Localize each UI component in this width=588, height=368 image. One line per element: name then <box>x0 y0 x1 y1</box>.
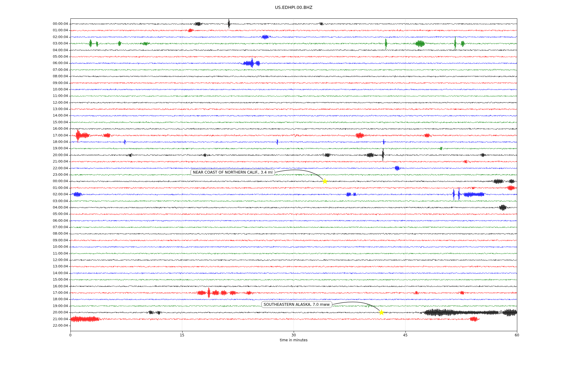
y-tick-label: 00:00:04 <box>0 22 68 26</box>
y-tick-label: 14:00:04 <box>0 113 68 118</box>
y-tick-label: 13:00:04 <box>0 107 68 111</box>
y-tick-label: 11:00:04 <box>0 251 68 256</box>
event-annotation: NEAR COAST OF NORTHERN CALIF., 3.4 ml <box>190 169 275 176</box>
seismogram-figure: US.EDHPI.00.BHZ 00:00:0401:00:0402:00:04… <box>0 0 588 368</box>
y-tick-label: 20:00:04 <box>0 310 68 315</box>
y-tick-label: 04:00:04 <box>0 205 68 210</box>
seismogram-canvas <box>0 0 588 368</box>
y-tick-label: 09:00:04 <box>0 238 68 243</box>
y-tick-label: 21:00:04 <box>0 159 68 164</box>
y-tick-label: 06:00:04 <box>0 219 68 223</box>
y-tick-label: 05:00:04 <box>0 212 68 216</box>
y-tick-label: 02:00:04 <box>0 35 68 39</box>
x-tick-label: 0 <box>69 333 71 337</box>
y-tick-label: 17:00:04 <box>0 291 68 295</box>
x-tick-label: 15 <box>180 333 184 337</box>
y-tick-label: 15:00:04 <box>0 120 68 125</box>
y-tick-label: 00:00:04 <box>0 179 68 183</box>
y-tick-label: 18:00:04 <box>0 140 68 144</box>
y-tick-label: 06:00:04 <box>0 61 68 65</box>
y-tick-label: 04:00:04 <box>0 48 68 52</box>
y-tick-label: 22:00:04 <box>0 324 68 328</box>
y-tick-label: 03:00:04 <box>0 41 68 46</box>
y-tick-label: 20:00:04 <box>0 153 68 157</box>
y-tick-label: 19:00:04 <box>0 146 68 151</box>
x-tick-label: 60 <box>515 333 519 337</box>
y-tick-label: 15:00:04 <box>0 278 68 282</box>
y-tick-label: 02:00:04 <box>0 192 68 197</box>
y-tick-label: 12:00:04 <box>0 258 68 262</box>
y-tick-label: 07:00:04 <box>0 68 68 72</box>
y-tick-label: 03:00:04 <box>0 199 68 203</box>
y-tick-label: 08:00:04 <box>0 232 68 236</box>
y-tick-label: 01:00:04 <box>0 186 68 190</box>
x-axis-title: time in minutes <box>280 338 307 342</box>
y-tick-label: 10:00:04 <box>0 87 68 92</box>
y-tick-label: 07:00:04 <box>0 225 68 229</box>
y-tick-label: 23:00:04 <box>0 173 68 177</box>
x-tick-label: 30 <box>292 333 296 337</box>
y-tick-label: 17:00:04 <box>0 133 68 138</box>
y-tick-label: 05:00:04 <box>0 55 68 59</box>
y-tick-label: 19:00:04 <box>0 304 68 308</box>
y-tick-label: 09:00:04 <box>0 81 68 85</box>
y-tick-label: 11:00:04 <box>0 94 68 98</box>
y-tick-label: 16:00:04 <box>0 284 68 289</box>
chart-title: US.EDHPI.00.BHZ <box>275 5 313 10</box>
y-tick-label: 22:00:04 <box>0 166 68 171</box>
y-tick-label: 08:00:04 <box>0 74 68 79</box>
y-tick-label: 01:00:04 <box>0 28 68 33</box>
y-tick-label: 13:00:04 <box>0 264 68 269</box>
y-tick-label: 10:00:04 <box>0 245 68 249</box>
event-annotation: SOUTHEASTERN ALASKA, 7.0 mww <box>261 301 332 308</box>
x-tick-label: 45 <box>403 333 408 337</box>
y-tick-label: 14:00:04 <box>0 271 68 275</box>
y-tick-label: 18:00:04 <box>0 297 68 301</box>
y-tick-label: 16:00:04 <box>0 127 68 131</box>
y-tick-label: 12:00:04 <box>0 101 68 105</box>
y-tick-label: 21:00:04 <box>0 317 68 321</box>
